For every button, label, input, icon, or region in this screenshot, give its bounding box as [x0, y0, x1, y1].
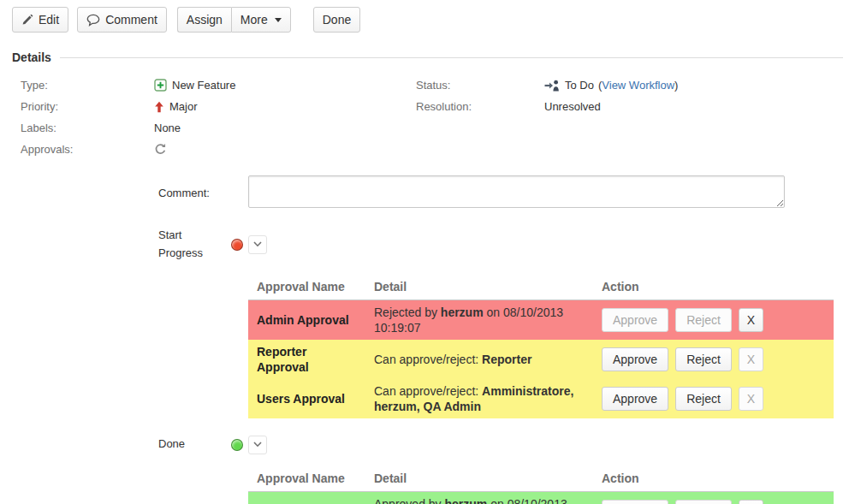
edit-button-label: Edit [39, 13, 59, 27]
approval-name-header: Approval Name [248, 275, 365, 299]
chevron-down-icon [253, 241, 262, 247]
done-button-label: Done [323, 13, 351, 27]
status-value: To Do [565, 79, 594, 92]
chevron-down-icon [253, 442, 262, 448]
approval-row-pending: Reporter Approval Can approve/reject: Re… [248, 340, 834, 379]
approval-actions: Approve Reject X [593, 379, 834, 418]
approve-button[interactable]: Approve [602, 500, 668, 504]
comment-row: Comment: [158, 175, 843, 208]
clear-approval-button[interactable]: X [739, 387, 763, 411]
username: herzum [441, 305, 484, 319]
status-workflow: (View Workflow) [598, 79, 678, 92]
approval-name-header: Approval Name [248, 466, 365, 491]
details-fields: Type: New Feature Priority: Major Labels… [0, 74, 855, 160]
username: herzum [445, 497, 488, 504]
fields-right-column: Status: To Do (View Workflow) Resolution… [416, 74, 855, 160]
labels-label: Labels: [21, 122, 154, 134]
field-type: Type: New Feature [21, 74, 416, 96]
approval-actions: Approve Reject X [593, 492, 834, 504]
detail-header: Detail [365, 466, 593, 491]
comment-input[interactable] [248, 175, 785, 208]
priority-label: Priority: [21, 100, 154, 113]
start-progress-label: Start Progress [158, 227, 227, 263]
field-status: Status: To Do (View Workflow) [416, 74, 843, 96]
fields-left-column: Type: New Feature Priority: Major Labels… [0, 74, 416, 160]
red-status-indicator-icon [231, 239, 243, 251]
assign-more-group: Assign More [177, 7, 291, 33]
priority-up-arrow-icon [154, 101, 164, 113]
approval-detail: Rejected by herzum on 08/10/2013 10:19:0… [365, 300, 593, 340]
new-feature-icon [154, 79, 167, 92]
approvers: Reporter [482, 353, 531, 366]
approval-row-approved: Admin Approval Approved by herzum on 08/… [248, 492, 834, 504]
approval-detail: Approved by herzum on 08/10/2013 10:15:0… [365, 492, 593, 504]
clear-approval-button[interactable]: X [739, 308, 763, 332]
reject-button[interactable]: Reject [675, 347, 732, 371]
status-todo-icon [544, 80, 560, 92]
table-header-row: Approval Name Detail Action [248, 466, 834, 492]
approval-detail: Can approve/reject: Reporter [365, 340, 593, 379]
resolution-value: Unresolved [544, 100, 601, 113]
action-header: Action [593, 275, 834, 299]
green-status-indicator-icon [231, 439, 243, 451]
action-header: Action [593, 466, 834, 491]
field-approvals: Approvals: [21, 139, 416, 160]
more-dropdown-button[interactable]: More [231, 7, 291, 33]
labels-value: None [154, 122, 181, 134]
approval-actions: Approve Reject X [593, 340, 834, 379]
approval-actions: Approve Reject X [593, 300, 834, 340]
pencil-icon [21, 14, 33, 26]
details-module-header: Details [12, 50, 843, 64]
assign-button-label: Assign [187, 13, 223, 27]
comment-button-label: Comment [105, 13, 157, 27]
reject-button[interactable]: Reject [675, 308, 732, 332]
resolution-label: Resolution: [416, 100, 544, 113]
paren-close: ) [674, 79, 678, 92]
approval-name: Admin Approval [248, 492, 365, 504]
approval-name: Reporter Approval [248, 340, 365, 379]
approval-detail: Can approve/reject: Amministratore, herz… [365, 379, 593, 418]
type-label: Type: [21, 79, 154, 92]
priority-value: Major [169, 100, 198, 113]
approve-button[interactable]: Approve [602, 387, 668, 411]
reject-button[interactable]: Reject [675, 387, 732, 411]
field-priority: Priority: Major [21, 96, 416, 117]
more-button-label: More [240, 13, 268, 27]
table-header-row: Approval Name Detail Action [248, 275, 834, 300]
assign-button[interactable]: Assign [177, 7, 231, 33]
approve-button[interactable]: Approve [602, 347, 668, 371]
detail-header: Detail [365, 275, 593, 299]
done-transition-button[interactable]: Done [313, 7, 360, 33]
type-value: New Feature [172, 79, 235, 92]
done-label: Done [158, 436, 227, 454]
speech-bubble-icon [86, 14, 100, 27]
reject-button[interactable]: Reject [675, 500, 732, 504]
approval-name: Users Approval [248, 379, 365, 418]
field-labels: Labels: None [21, 117, 416, 139]
approvals-label: Approvals: [21, 143, 154, 156]
done-collapse-toggle[interactable] [248, 436, 267, 454]
start-progress-collapse-toggle[interactable] [248, 235, 267, 254]
approval-row-rejected: Admin Approval Rejected by herzum on 08/… [248, 300, 834, 340]
approval-name: Admin Approval [248, 300, 365, 340]
approval-row-pending: Users Approval Can approve/reject: Ammin… [248, 379, 834, 418]
status-label: Status: [416, 79, 544, 92]
clear-approval-button[interactable]: X [739, 347, 763, 371]
clear-approval-button[interactable]: X [739, 500, 763, 504]
caret-down-icon [275, 18, 282, 22]
edit-button[interactable]: Edit [12, 7, 68, 33]
approve-button[interactable]: Approve [602, 308, 668, 332]
details-heading: Details [12, 50, 51, 64]
done-row: Done [158, 436, 843, 454]
comment-field-label: Comment: [158, 175, 248, 208]
start-progress-approvals-table: Approval Name Detail Action Admin Approv… [248, 275, 834, 418]
refresh-icon[interactable] [154, 143, 167, 156]
start-progress-row: Start Progress [158, 227, 843, 263]
field-resolution: Resolution: Unresolved [416, 96, 843, 117]
comment-button[interactable]: Comment [77, 7, 167, 33]
issue-toolbar: Edit Comment Assign More Done [0, 0, 855, 33]
header-divider [60, 57, 843, 58]
view-workflow-link[interactable]: View Workflow [602, 79, 674, 92]
done-approvals-table: Approval Name Detail Action Admin Approv… [248, 466, 834, 504]
